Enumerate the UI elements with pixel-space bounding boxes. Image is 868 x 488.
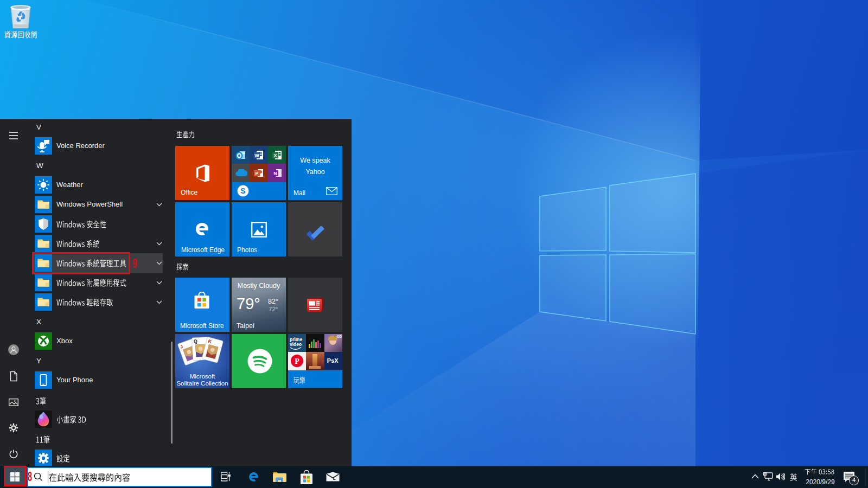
svg-text:P: P [256,171,259,176]
svg-text:Q: Q [194,338,198,344]
svg-text:S: S [240,187,245,195]
svg-text:X: X [273,153,277,158]
svg-text:Microsoft: Microsoft [190,373,215,380]
svg-text:W: W [255,153,260,158]
svg-text:N: N [273,171,277,176]
svg-text:Solitaire Collection: Solitaire Collection [176,380,228,387]
svg-text:P: P [295,357,299,365]
